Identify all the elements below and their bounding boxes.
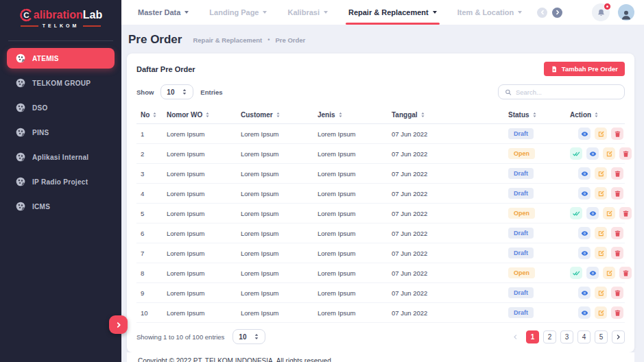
edit-button[interactable] — [603, 207, 615, 219]
page-size-select-bottom[interactable]: 10 — [232, 329, 265, 344]
pagination-prev-button[interactable] — [509, 330, 522, 343]
approve-button[interactable] — [570, 267, 582, 279]
sidebar-item-pins[interactable]: PINS — [7, 122, 115, 143]
edit-button[interactable] — [595, 287, 607, 299]
notifications-button[interactable] — [592, 3, 610, 21]
sidebar-toggle-button[interactable] — [109, 315, 128, 334]
page-number-button[interactable]: 1 — [526, 330, 539, 343]
view-button[interactable] — [578, 187, 591, 200]
column-header-nomor-wo[interactable]: Nomor WO — [163, 111, 237, 119]
edit-pencil-icon — [606, 269, 613, 277]
user-avatar[interactable] — [618, 4, 634, 21]
column-header-no[interactable]: No — [136, 111, 163, 119]
view-button[interactable] — [586, 147, 599, 160]
view-button[interactable] — [578, 167, 591, 180]
delete-button[interactable] — [611, 247, 623, 259]
column-header-jenis[interactable]: Jenis — [313, 111, 387, 119]
cell-jenis: Lorem Ipsum — [313, 210, 387, 217]
table-footer: Showing 1 to 10 of 100 entries 10 12345 — [136, 323, 625, 348]
edit-button[interactable] — [595, 247, 607, 259]
page-number-button[interactable]: 3 — [560, 330, 573, 343]
sidebar-item-ip-radio-project[interactable]: IP Radio Project — [7, 171, 115, 192]
column-header-status[interactable]: Status — [504, 111, 566, 119]
view-button[interactable] — [578, 306, 591, 319]
search-input[interactable] — [516, 88, 618, 96]
delete-button[interactable] — [611, 306, 623, 319]
approve-button[interactable] — [570, 147, 582, 160]
edit-button[interactable] — [603, 267, 615, 279]
cell-status: Open — [504, 208, 566, 219]
nav-landing-page[interactable]: Landing Page — [209, 0, 267, 25]
cell-tanggal: 07 Jun 2022 — [387, 190, 504, 197]
delete-button[interactable] — [611, 287, 623, 299]
delete-button[interactable] — [619, 267, 632, 279]
cell-no: 7 — [136, 250, 163, 257]
pre-order-table: No Nomor WO Customer Jenis Tanggal Statu… — [136, 106, 625, 323]
status-badge: Draft — [508, 287, 534, 298]
eye-icon — [581, 309, 588, 317]
view-button[interactable] — [586, 267, 599, 279]
view-button[interactable] — [578, 128, 591, 140]
cell-tanggal: 07 Jun 2022 — [387, 130, 504, 138]
sort-icon — [276, 111, 281, 119]
column-header-tanggal[interactable]: Tanggal — [387, 111, 504, 119]
delete-button[interactable] — [611, 128, 623, 140]
trash-icon — [614, 289, 621, 297]
cell-nomor-wo: Lorem Ipsum — [163, 170, 237, 178]
edit-button[interactable] — [603, 147, 615, 160]
card-header: Daftar Pre Order Tambah Pre Order — [136, 62, 625, 76]
view-button[interactable] — [578, 247, 591, 259]
nav-master-data[interactable]: Master Data — [138, 0, 189, 25]
sidebar-item-aplikasi-internal[interactable]: Aplikasi Internal — [7, 147, 115, 167]
column-header-label: Action — [570, 111, 591, 119]
sidebar-item-icms[interactable]: ICMS — [7, 196, 115, 217]
view-button[interactable] — [578, 227, 591, 239]
column-header-action[interactable]: Action — [566, 111, 625, 119]
sidebar-item-telkom-group[interactable]: TELKOM GROUP — [7, 73, 115, 93]
edit-button[interactable] — [595, 128, 607, 140]
page-number-button[interactable]: 2 — [543, 330, 556, 343]
delete-button[interactable] — [611, 167, 623, 180]
nav-scroll-right-button[interactable] — [552, 8, 562, 18]
topbar-right — [592, 3, 634, 21]
nav-repair-replacement[interactable]: Repair & Replacement — [348, 0, 437, 25]
eye-icon — [589, 150, 597, 158]
sidebar-item-atemis[interactable]: ATEMIS — [7, 48, 115, 69]
sidebar-item-dso[interactable]: DSO — [7, 97, 115, 118]
column-header-customer[interactable]: Customer — [237, 111, 313, 119]
page-size-select[interactable]: 10 — [160, 84, 193, 99]
cell-customer: Lorem Ipsum — [237, 130, 313, 138]
page-number-button[interactable]: 5 — [595, 330, 608, 343]
cell-jenis: Lorem Ipsum — [313, 289, 387, 297]
file-plus-icon — [551, 66, 558, 73]
cell-nomor-wo: Lorem Ipsum — [163, 309, 237, 317]
eye-icon — [581, 230, 588, 237]
nav-scroll-left-button[interactable] — [537, 8, 547, 18]
edit-button[interactable] — [595, 227, 607, 239]
approve-button[interactable] — [570, 207, 582, 219]
pagination-next-button[interactable] — [612, 330, 625, 343]
edit-button[interactable] — [595, 306, 607, 319]
view-button[interactable] — [586, 207, 599, 219]
delete-button[interactable] — [619, 147, 632, 160]
page-number-button[interactable]: 4 — [577, 330, 591, 343]
cell-jenis: Lorem Ipsum — [313, 170, 387, 178]
cell-jenis: Lorem Ipsum — [313, 130, 387, 138]
delete-button[interactable] — [611, 227, 623, 239]
delete-button[interactable] — [611, 187, 623, 200]
breadcrumb-parent[interactable]: Repair & Replacement — [193, 36, 262, 44]
delete-button[interactable] — [619, 207, 632, 219]
add-pre-order-button[interactable]: Tambah Pre Order — [544, 62, 625, 76]
cell-no: 1 — [136, 130, 163, 138]
nav-kalibrasi[interactable]: Kalibrasi — [287, 0, 327, 25]
showing-group: Showing 1 to 10 of 100 entries 10 — [136, 329, 265, 344]
column-header-label: Customer — [241, 111, 273, 119]
cell-nomor-wo: Lorem Ipsum — [163, 269, 237, 277]
edit-button[interactable] — [595, 187, 607, 200]
edit-pencil-icon — [606, 150, 613, 158]
pre-order-card: Daftar Pre Order Tambah Pre Order Show 1… — [127, 53, 634, 352]
view-button[interactable] — [578, 287, 591, 299]
table-row: 1 Lorem Ipsum Lorem Ipsum Lorem Ipsum 07… — [136, 124, 625, 144]
edit-button[interactable] — [595, 167, 607, 180]
nav-item-location[interactable]: Item & Location — [457, 0, 523, 25]
